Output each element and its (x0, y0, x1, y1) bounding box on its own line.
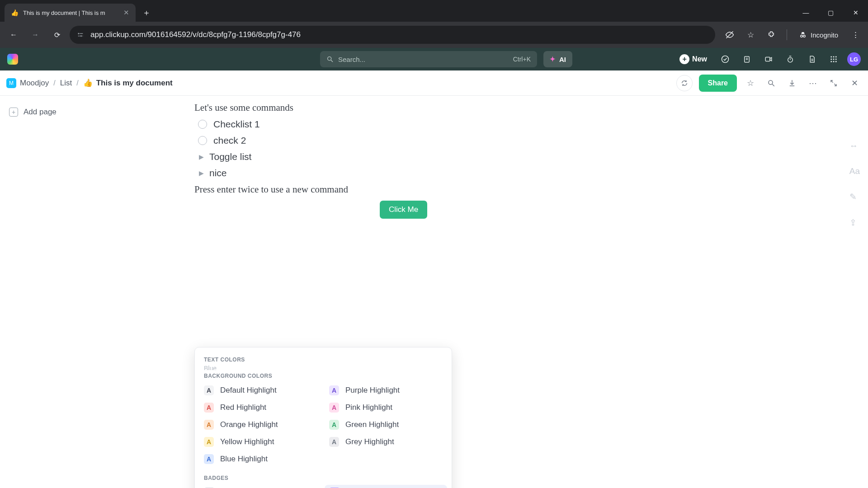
checkbox-icon[interactable] (198, 120, 207, 129)
tab-favicon: 👍 (11, 9, 19, 16)
toggle-item[interactable]: ▶ nice (199, 168, 868, 178)
breadcrumb-separator: / (76, 79, 78, 87)
svg-point-7 (803, 35, 806, 38)
new-label: New (692, 55, 707, 63)
nav-back-icon[interactable]: ← (5, 26, 23, 44)
expand-width-icon[interactable]: ↔ (849, 141, 860, 151)
highlight-swatch-icon: A (204, 403, 214, 413)
search-icon (326, 56, 334, 63)
svg-point-25 (833, 59, 835, 60)
breadcrumb-list[interactable]: List (60, 79, 72, 88)
highlight-label: Default Highlight (220, 386, 277, 395)
eye-off-icon[interactable] (722, 27, 738, 43)
svg-point-26 (835, 59, 837, 60)
favorite-star-icon[interactable]: ☆ (743, 76, 758, 90)
new-button[interactable]: + New (675, 52, 712, 67)
close-panel-icon[interactable]: ✕ (847, 76, 862, 90)
browser-toolbar: ← → ⟳ app.clickup.com/9016164592/v/dc/8c… (0, 22, 868, 48)
svg-point-22 (833, 56, 835, 57)
docs-icon[interactable] (804, 51, 820, 67)
highlight-swatch-icon: A (329, 437, 339, 447)
upload-icon[interactable]: ⇪ (849, 217, 860, 228)
more-menu-icon[interactable]: ⋯ (806, 76, 820, 90)
clickup-logo-icon[interactable] (7, 54, 18, 65)
separator (787, 29, 787, 40)
incognito-icon (799, 31, 807, 39)
highlight-option[interactable]: ABlue Highlight (199, 451, 322, 467)
browser-menu-icon[interactable]: ⋮ (847, 27, 863, 43)
tab-close-icon[interactable]: ✕ (123, 9, 129, 17)
extensions-icon[interactable] (763, 27, 779, 43)
incognito-indicator[interactable]: Incognito (794, 31, 843, 39)
window-close-icon[interactable]: ✕ (843, 4, 868, 22)
highlight-option[interactable]: AYellow Highlight (199, 434, 322, 450)
site-settings-icon[interactable] (77, 31, 84, 38)
space-icon: M (6, 78, 16, 88)
inline-button[interactable]: Click Me (380, 201, 427, 219)
highlight-swatch-icon: A (204, 420, 214, 430)
svg-line-33 (831, 80, 833, 83)
doc-search-icon[interactable] (764, 76, 778, 90)
address-bar[interactable]: app.clickup.com/9016164592/v/dc/8cpfg7g-… (70, 26, 715, 44)
toggle-item[interactable]: ▶ Toggle list (199, 151, 868, 162)
browser-tab[interactable]: 👍 This is my document | This is m ✕ (5, 4, 136, 22)
checklist-label: Checklist 1 (213, 119, 260, 130)
badge-option[interactable]: ADefault Badge (199, 485, 322, 488)
highlight-option[interactable]: APink Highlight (325, 400, 447, 415)
download-icon[interactable] (785, 76, 799, 90)
breadcrumb-doc[interactable]: 👍 This is my document (83, 78, 173, 88)
breadcrumb-space[interactable]: M Moodjoy (6, 78, 49, 88)
window-minimize-icon[interactable]: ― (793, 4, 818, 22)
svg-point-28 (833, 61, 835, 62)
typography-icon[interactable]: Aa (849, 166, 860, 176)
highlight-option[interactable]: AGrey Highlight (325, 434, 447, 450)
doc-hint[interactable]: Press enter twice to use a new command (194, 184, 868, 195)
sync-status-icon[interactable] (676, 75, 693, 91)
caret-right-icon[interactable]: ▶ (199, 169, 204, 177)
app-topbar: Search... Ctrl+K ✦ AI + New LG (0, 48, 868, 70)
avatar[interactable]: LG (847, 52, 861, 66)
doc-heading[interactable]: Let's use some commands (194, 102, 868, 113)
checkbox-icon[interactable] (198, 136, 207, 145)
svg-rect-15 (765, 57, 770, 61)
doc-toolbar: M Moodjoy / List / 👍 This is my document… (0, 70, 868, 96)
timer-icon[interactable] (782, 51, 798, 67)
ai-button[interactable]: ✦ AI (543, 51, 572, 67)
caret-right-icon[interactable]: ▶ (199, 153, 204, 160)
highlight-option[interactable]: APurple Highlight (325, 383, 447, 398)
highlight-option[interactable]: ADefault Highlight (199, 383, 322, 398)
window-controls: ― ▢ ✕ (793, 4, 868, 22)
breadcrumb-doc-label: This is my document (96, 79, 173, 88)
add-page-button[interactable]: + Add page (9, 108, 127, 117)
add-page-label: Add page (24, 108, 57, 117)
highlight-label: Pink Highlight (345, 403, 392, 412)
highlight-option[interactable]: ARed Highlight (199, 400, 322, 415)
global-search[interactable]: Search... Ctrl+K (320, 51, 537, 67)
doc-sidebar: + Add page (0, 96, 136, 488)
highlight-label: Orange Highlight (220, 420, 278, 429)
badge-option[interactable]: APurple Badge (325, 485, 447, 488)
collapse-icon[interactable] (826, 76, 841, 90)
svg-line-10 (331, 60, 333, 62)
notepad-icon[interactable] (739, 51, 755, 67)
badge-grid: ADefault BadgeAPurple BadgeARed BadgeAPi… (195, 483, 452, 488)
checklist-item[interactable]: check 2 (198, 135, 868, 146)
window-maximize-icon[interactable]: ▢ (818, 4, 843, 22)
search-placeholder: Search... (338, 56, 509, 63)
highlight-option[interactable]: AOrange Highlight (199, 417, 322, 432)
wand-icon[interactable]: ✎ (849, 192, 860, 202)
nav-forward-icon[interactable]: → (26, 26, 44, 44)
new-tab-button[interactable]: ＋ (139, 5, 154, 20)
checklist-item[interactable]: Checklist 1 (198, 119, 868, 130)
tab-title: This is my document | This is m (23, 9, 119, 16)
nav-reload-icon[interactable]: ⟳ (48, 26, 66, 44)
highlight-label: Green Highlight (345, 420, 399, 429)
breadcrumb-space-label: Moodjoy (20, 79, 49, 88)
checkmark-circle-icon[interactable] (717, 51, 733, 67)
bookmark-star-icon[interactable]: ☆ (742, 27, 759, 43)
highlight-option[interactable]: AGreen Highlight (325, 417, 447, 432)
share-button[interactable]: Share (699, 75, 737, 92)
apps-grid-icon[interactable] (826, 51, 842, 67)
highlight-swatch-icon: A (329, 385, 339, 395)
record-clip-icon[interactable] (760, 51, 777, 67)
